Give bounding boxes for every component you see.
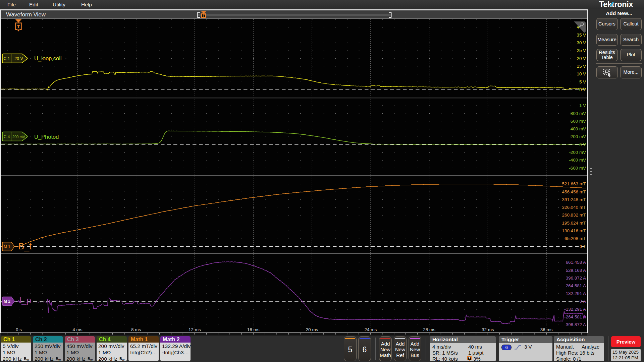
svg-text:0 V: 0 V — [579, 142, 586, 147]
svg-text:195.624 mT: 195.624 mT — [562, 221, 586, 226]
svg-text:16 ms: 16 ms — [247, 327, 260, 332]
svg-text:T: T — [203, 14, 205, 18]
svg-text:391.248 mT: 391.248 mT — [562, 197, 586, 202]
svg-text:C 4: C 4 — [4, 134, 10, 139]
svg-text:T: T — [17, 24, 20, 29]
svg-text:65.208 mT: 65.208 mT — [565, 236, 586, 241]
svg-text:25 V: 25 V — [577, 48, 586, 53]
svg-text:600 mV: 600 mV — [571, 119, 586, 124]
svg-text:U_loop,coil: U_loop,coil — [34, 55, 62, 62]
svg-text:20 V: 20 V — [577, 56, 586, 61]
svg-text:8 ms: 8 ms — [131, 327, 141, 332]
svg-text:M 2: M 2 — [4, 299, 10, 304]
svg-text:-132.291 A: -132.291 A — [564, 307, 586, 312]
svg-text:24 ms: 24 ms — [364, 327, 377, 332]
svg-text:-400 mV: -400 mV — [569, 158, 586, 163]
svg-text:132.291 A: 132.291 A — [566, 291, 586, 296]
svg-text:-600 mV: -600 mV — [569, 166, 586, 171]
svg-text:-200 mV: -200 mV — [569, 150, 586, 155]
svg-text:36 ms: 36 ms — [540, 327, 553, 332]
svg-text:28 ms: 28 ms — [423, 327, 435, 332]
svg-text:400 mV: 400 mV — [571, 126, 586, 131]
svg-text:20 V: 20 V — [14, 56, 23, 61]
svg-text:260.832 mT: 260.832 mT — [562, 213, 586, 218]
svg-text:20 ms: 20 ms — [306, 327, 318, 332]
svg-text:4 ms: 4 ms — [72, 327, 83, 332]
svg-text:U_Photod: U_Photod — [34, 134, 59, 140]
svg-text:130.416 mT: 130.416 mT — [562, 228, 586, 233]
svg-text:1 V: 1 V — [579, 103, 586, 108]
svg-text:B_t: B_t — [18, 241, 32, 251]
svg-text:326.040 mT: 326.040 mT — [562, 205, 586, 210]
svg-text:800 mV: 800 mV — [571, 111, 586, 116]
svg-text:529.163 A: 529.163 A — [566, 268, 586, 273]
svg-text:200 mV: 200 mV — [571, 134, 586, 139]
svg-text:12 ms: 12 ms — [189, 327, 201, 332]
svg-text:456.456 mT: 456.456 mT — [562, 189, 586, 194]
svg-text:32 ms: 32 ms — [482, 327, 494, 332]
svg-text:T: T — [469, 357, 471, 360]
svg-text:C 1: C 1 — [3, 56, 10, 61]
svg-text:35 V: 35 V — [577, 33, 586, 38]
svg-text:0 T: 0 T — [580, 244, 586, 249]
svg-text:15 V: 15 V — [577, 64, 586, 69]
svg-text:-396.872 A: -396.872 A — [564, 322, 586, 327]
svg-text:M 1: M 1 — [4, 244, 10, 249]
svg-text:264.581 A: 264.581 A — [566, 283, 586, 288]
svg-text:0 A: 0 A — [580, 299, 586, 304]
svg-text:661.453 A: 661.453 A — [566, 260, 586, 265]
svg-text:30 V: 30 V — [577, 40, 586, 45]
svg-text:10 V: 10 V — [577, 71, 586, 76]
svg-text:396.872 A: 396.872 A — [566, 276, 586, 281]
svg-text:521.663 mT: 521.663 mT — [562, 181, 586, 186]
svg-text:200 mV: 200 mV — [12, 135, 25, 139]
svg-text:I_p: I_p — [19, 295, 31, 305]
svg-text:5 V: 5 V — [579, 79, 586, 84]
